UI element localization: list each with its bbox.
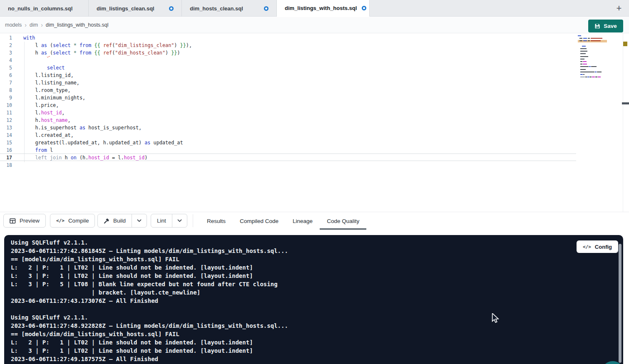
minimap-row — [578, 66, 607, 67]
editor-minimap[interactable] — [578, 35, 607, 89]
action-toolbar: Preview</>CompileBuildLint ResultsCompil… — [0, 212, 629, 229]
editor-tab-dim_listings_clean[interactable]: dim_listings_clean.sql — [89, 0, 182, 17]
line-number: 13 — [0, 124, 12, 131]
line-number: 12 — [0, 116, 12, 124]
chevron-down-icon[interactable] — [132, 214, 147, 227]
code-text: l.listing_id, — [23, 72, 74, 79]
scroll-position-marker — [622, 102, 629, 104]
minimap-row — [578, 61, 607, 62]
code-line-3[interactable]: 3 h as (select * from {{ ref("dim_hosts_… — [0, 49, 576, 57]
code-line-15[interactable]: 15 greatest(l.updated_at, h.updated_at) … — [0, 139, 576, 146]
breadcrumb-item[interactable]: models — [5, 22, 22, 28]
code-line-12[interactable]: 12 h.host_name, — [0, 116, 576, 124]
lint-button[interactable]: Lint — [151, 214, 187, 228]
chevron-down-icon[interactable] — [172, 214, 187, 227]
line-number: 2 — [0, 42, 12, 49]
tab-results[interactable]: Results — [200, 212, 233, 230]
floppy-icon — [594, 23, 600, 29]
terminal-line: Using SQLFluff v2.1.1. — [11, 238, 288, 247]
code-line-6[interactable]: 6 l.listing_id, — [0, 72, 576, 79]
dbt-cloud-ide: no_nulls_in_columns.sqldim_listings_clea… — [0, 0, 629, 364]
minimap-row — [578, 56, 607, 57]
chevron-right-icon: › — [25, 22, 27, 28]
unsaved-changes-dot-icon — [264, 6, 269, 11]
code-line-7[interactable]: 7 l.listing_name, — [0, 79, 576, 87]
terminal-line: == [models/dim/dim_listings_with_hosts.s… — [11, 330, 288, 338]
code-line-10[interactable]: 10 l.price, — [0, 102, 576, 109]
terminal-line: | bracket. [layout.cte_newline] — [11, 288, 288, 297]
minimap-row — [578, 48, 607, 49]
minimap-row — [578, 59, 607, 59]
hammer-icon — [104, 218, 109, 224]
code-line-4[interactable]: 4 — [0, 57, 576, 64]
minimap-row — [578, 64, 607, 64]
terminal-line: L: 3 | P: 5 | LT08 | Blank line expected… — [11, 280, 288, 288]
code-line-1[interactable]: 1with — [0, 34, 576, 42]
tab-label: dim_listings_clean.sql — [97, 5, 154, 12]
button-label: Lint — [157, 218, 166, 224]
editor-tab-no_nulls_in_columns[interactable]: no_nulls_in_columns.sql — [0, 0, 89, 17]
terminal-line: L: 3 | P: 1 | LT02 | Line should not be … — [11, 272, 288, 280]
save-button[interactable]: Save — [588, 20, 623, 32]
code-line-17[interactable]: 17 left join h on (h.host_id = l.host_id… — [0, 154, 576, 161]
line-number: 18 — [0, 161, 12, 169]
code-text: from l — [23, 146, 53, 154]
terminal-line: Using SQLFluff v2.1.1. — [11, 313, 288, 322]
line-number: 7 — [0, 79, 12, 87]
code-line-9[interactable]: 9 l.minimum_nights, — [0, 94, 576, 102]
minimap-row — [578, 72, 607, 72]
code-line-13[interactable]: 13 h.is_superhost as host_is_superhost, — [0, 124, 576, 131]
code-line-2[interactable]: 2 l as (select * from {{ ref("dim_listin… — [0, 42, 576, 49]
breadcrumb-item[interactable]: dim — [30, 22, 38, 28]
code-text: l.minimum_nights, — [23, 94, 85, 102]
minimap-row — [578, 74, 607, 75]
line-number: 17 — [0, 154, 12, 161]
tab-label: dim_hosts_clean.sql — [190, 5, 243, 12]
scrollbar-annotation-lane[interactable] — [623, 33, 629, 212]
code-line-16[interactable]: 16 from l — [0, 146, 576, 154]
code-text: h.is_superhost as host_is_superhost, — [23, 124, 142, 131]
code-icon: </> — [56, 218, 65, 223]
code-editor[interactable]: 1with2 l as (select * from {{ ref("dim_l… — [0, 33, 629, 212]
preview-button[interactable]: Preview — [3, 214, 46, 228]
code-icon: </> — [583, 244, 591, 250]
terminal-line: 2023-06-06T11:27:49.187575Z — All Finish… — [11, 355, 288, 363]
terminal-output: Using SQLFluff v2.1.1.2023-06-06T11:27:4… — [11, 238, 288, 363]
terminal-line: 2023-06-06T11:27:48.922828Z — Linting mo… — [11, 322, 288, 330]
tab-compiled-code[interactable]: Compiled Code — [233, 212, 286, 230]
minimap-row — [578, 40, 607, 41]
minimap-row — [578, 79, 607, 80]
code-line-11[interactable]: 11 l.host_id, — [0, 109, 576, 116]
code-line-18[interactable]: 18 — [0, 161, 576, 169]
lint-output-terminal[interactable]: Using SQLFluff v2.1.1.2023-06-06T11:27:4… — [4, 235, 623, 364]
tab-lineage[interactable]: Lineage — [286, 212, 320, 230]
line-number: 9 — [0, 94, 12, 102]
button-label: Compile — [68, 218, 89, 224]
editor-tab-dim_hosts_clean[interactable]: dim_hosts_clean.sql — [182, 0, 277, 17]
code-line-14[interactable]: 14 l.created_at, — [0, 131, 576, 139]
code-line-5[interactable]: 5 select — [0, 64, 576, 72]
line-number: 1 — [0, 34, 12, 42]
line-number: 10 — [0, 102, 12, 109]
breadcrumb-item: dim_listings_with_hosts.sql — [46, 22, 109, 28]
line-number: 5 — [0, 64, 12, 72]
save-button-label: Save — [604, 23, 617, 29]
new-tab-button[interactable]: + — [612, 2, 626, 15]
button-label: Build — [113, 218, 126, 224]
terminal-scrollbar[interactable] — [619, 244, 622, 363]
code-text: with — [23, 34, 35, 42]
compile-button[interactable]: </>Compile — [50, 214, 95, 228]
minimap-row — [578, 77, 607, 77]
code-text: l.host_id, — [23, 109, 65, 116]
line-number: 6 — [0, 72, 12, 79]
editor-tab-dim_listings_with_hosts[interactable]: dim_listings_with_hosts.sql — [277, 0, 370, 17]
build-button[interactable]: Build — [97, 214, 147, 228]
code-line-8[interactable]: 8 l.room_type, — [0, 87, 576, 94]
minimap-row — [578, 46, 607, 47]
code-text: h as (select * from {{ ref("dim_hosts_cl… — [23, 49, 180, 57]
tab-code-quality[interactable]: Code Quality — [320, 212, 366, 230]
lint-config-button[interactable]: </> Config — [577, 240, 618, 253]
code-text: l.created_at, — [23, 131, 74, 139]
tab-label: dim_listings_with_hosts.sql — [285, 5, 357, 11]
grid-icon — [10, 218, 16, 224]
